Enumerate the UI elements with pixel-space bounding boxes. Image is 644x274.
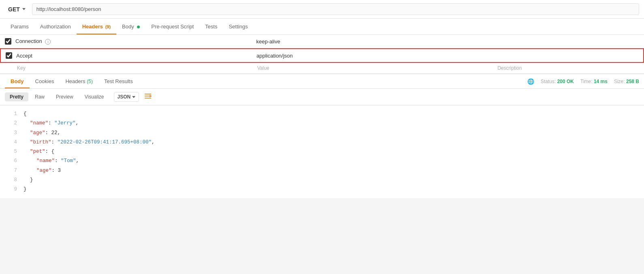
- code-area: 1 { 2 "name": "Jerry", 3 "age": 22, 4 "b…: [0, 105, 644, 198]
- format-pretty-button[interactable]: Pretty: [5, 92, 28, 101]
- time-label: Time: 14 ms: [580, 79, 608, 84]
- method-select[interactable]: GET: [5, 4, 29, 14]
- format-bar: Pretty Raw Preview Visualize JSON: [0, 89, 644, 105]
- method-label: GET: [8, 6, 20, 13]
- response-tab-body[interactable]: Body: [5, 74, 30, 88]
- code-line-2: 2 "name": "Jerry",: [0, 119, 644, 128]
- json-chevron-icon: [132, 96, 135, 98]
- headers-table: Connection i keep-alive Accept applicati…: [0, 35, 644, 74]
- format-raw-button[interactable]: Raw: [30, 92, 49, 101]
- response-status: 🌐 Status: 200 OK Time: 14 ms Size: 258 B: [527, 78, 639, 85]
- body-dot-icon: [137, 26, 140, 28]
- response-tab-test-results[interactable]: Test Results: [98, 74, 139, 88]
- response-tab-cookies[interactable]: Cookies: [30, 74, 60, 88]
- globe-icon: 🌐: [527, 78, 534, 85]
- connection-info-icon[interactable]: i: [45, 39, 51, 45]
- request-tabs: Params Authorization Headers (9) Body Pr…: [0, 19, 644, 35]
- method-chevron-icon: [22, 8, 26, 10]
- tab-tests[interactable]: Tests: [199, 19, 223, 34]
- tab-settings[interactable]: Settings: [223, 19, 253, 34]
- column-headers: Key Value Description: [0, 63, 644, 74]
- tab-authorization[interactable]: Authorization: [34, 19, 77, 34]
- response-tabs: Body Cookies Headers (5) Test Results 🌐 …: [0, 74, 644, 89]
- connection-key: Connection i: [15, 38, 252, 45]
- wrap-icon[interactable]: [144, 92, 152, 101]
- code-line-3: 3 "age": 22,: [0, 128, 644, 138]
- format-visualize-button[interactable]: Visualize: [80, 92, 109, 101]
- col-value-label: Value: [257, 65, 494, 71]
- size-label: Size: 258 B: [614, 79, 639, 84]
- url-input[interactable]: [32, 3, 639, 15]
- col-key-label: Key: [17, 65, 253, 71]
- code-line-7: 7 "age": 3: [0, 166, 644, 176]
- col-desc-label: Description: [497, 65, 639, 71]
- accept-value: application/json: [257, 53, 493, 59]
- format-preview-button[interactable]: Preview: [51, 92, 78, 101]
- tab-headers[interactable]: Headers (9): [77, 19, 116, 34]
- url-bar: GET: [0, 0, 644, 19]
- connection-checkbox[interactable]: [5, 38, 11, 45]
- status-label: Status: 200 OK: [541, 79, 574, 84]
- header-row-connection: Connection i keep-alive: [0, 35, 644, 48]
- response-headers-badge: (5): [87, 79, 93, 84]
- tab-pre-request[interactable]: Pre-request Script: [145, 19, 199, 34]
- code-line-9: 9 }: [0, 185, 644, 194]
- tab-params[interactable]: Params: [5, 19, 34, 34]
- connection-value: keep-alive: [256, 39, 493, 45]
- accept-checkbox[interactable]: [6, 52, 12, 59]
- headers-badge: (9): [105, 24, 111, 29]
- code-line-8: 8 }: [0, 176, 644, 185]
- tab-body[interactable]: Body: [116, 19, 145, 34]
- code-line-6: 6 "name": "Tom",: [0, 156, 644, 166]
- accept-key: Accept: [16, 53, 252, 59]
- code-line-1: 1 {: [0, 109, 644, 119]
- json-format-select[interactable]: JSON: [114, 92, 139, 102]
- code-line-4: 4 "birth": "2022-02-26T09:41:17.695+08:0…: [0, 138, 644, 147]
- code-line-5: 5 "pet": {: [0, 147, 644, 156]
- header-row-accept: Accept application/json: [0, 48, 644, 63]
- response-tab-headers[interactable]: Headers (5): [60, 74, 98, 88]
